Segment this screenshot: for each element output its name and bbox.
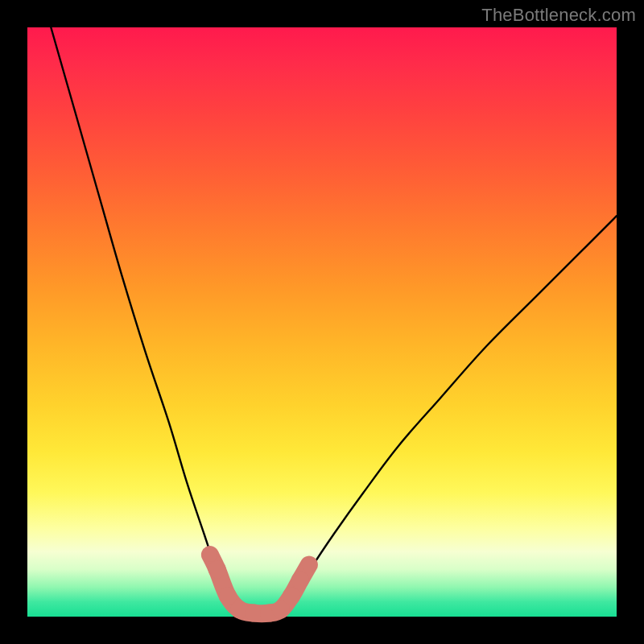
bead-point xyxy=(208,560,226,578)
chart-svg xyxy=(27,27,617,617)
bead-point xyxy=(231,601,249,618)
bead-point xyxy=(291,572,309,589)
watermark-label: TheBottleneck.com xyxy=(481,5,636,26)
bead-point xyxy=(302,558,316,572)
plot-area xyxy=(27,27,617,617)
bead-point xyxy=(283,587,300,605)
bead-point xyxy=(203,547,217,562)
left-curve xyxy=(51,27,242,617)
chart-stage: TheBottleneck.com xyxy=(0,0,644,644)
bead-point xyxy=(219,587,237,605)
right-curve xyxy=(278,216,617,617)
